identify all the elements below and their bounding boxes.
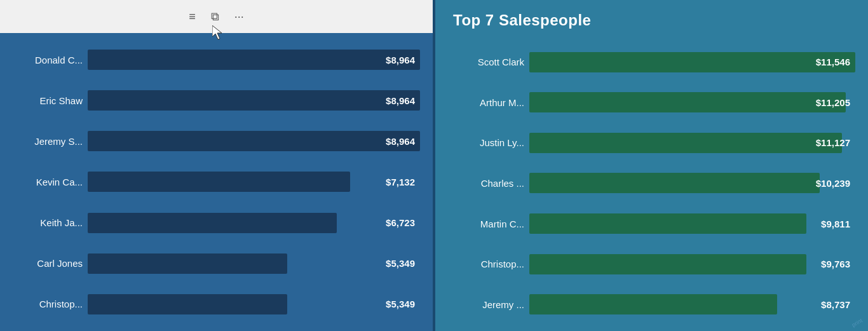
expand-icon[interactable]: ⧉ — [211, 10, 219, 24]
right-bar-row: Jeremy ...$8,737 — [448, 291, 855, 318]
right-bar-row: Christop...$9,763 — [448, 251, 855, 278]
bar-label: Jeremy S... — [13, 136, 83, 147]
bar-container: $8,737 — [529, 294, 855, 314]
bar-value: $9,763 — [821, 259, 850, 269]
right-title: Top 7 Salespeople — [453, 11, 850, 29]
bar-value: $6,723 — [386, 217, 415, 228]
bar-container: $11,205 — [529, 92, 855, 112]
bar-value: $7,132 — [386, 177, 415, 187]
left-panel: ≡ ⧉ ··· Donald C...$8,964Eric Shaw$8,964… — [0, 0, 435, 331]
bar-container: $8,964 — [88, 50, 420, 70]
left-bar-row: Eric Shaw$8,964 — [13, 87, 420, 114]
bar-fill — [529, 213, 806, 234]
bar-value: $9,811 — [821, 219, 850, 229]
bar-fill — [88, 90, 420, 111]
left-chart-area: Donald C...$8,964Eric Shaw$8,964Jeremy S… — [0, 33, 433, 331]
bar-container: $8,964 — [88, 131, 420, 151]
right-bar-row: Justin Ly...$11,127 — [448, 130, 855, 156]
bar-label: Donald C... — [13, 55, 83, 65]
bar-fill — [529, 173, 820, 193]
bar-value: $5,349 — [386, 258, 415, 269]
bar-fill — [88, 131, 420, 151]
left-bar-row: Carl Jones$5,349 — [13, 250, 420, 277]
bar-fill — [529, 254, 806, 274]
bar-label: Carl Jones — [13, 258, 83, 269]
left-bar-row: Donald C...$8,964 — [13, 46, 420, 73]
bar-container: $9,811 — [529, 213, 855, 234]
bar-container: $5,349 — [88, 294, 420, 314]
left-bar-row: Jeremy S...$8,964 — [13, 128, 420, 154]
bar-fill — [88, 50, 420, 70]
more-icon[interactable]: ··· — [234, 10, 244, 24]
bar-container: $10,239 — [529, 173, 855, 193]
right-header: Top 7 Salespeople — [435, 0, 868, 37]
bar-value: $8,964 — [386, 55, 415, 65]
bar-container: $11,546 — [529, 52, 855, 72]
bar-value: $8,964 — [386, 95, 415, 106]
menu-icon[interactable]: ≡ — [189, 10, 196, 24]
bar-fill — [529, 52, 855, 72]
bar-fill — [88, 172, 350, 192]
left-bar-row: Keith Ja...$6,723 — [13, 210, 420, 236]
bar-label: Jeremy ... — [448, 299, 524, 310]
bar-value: $5,349 — [386, 299, 415, 309]
bar-container: $9,763 — [529, 254, 855, 274]
bar-container: $11,127 — [529, 133, 855, 153]
right-panel: Top 7 Salespeople Scott Clark$11,546Arth… — [435, 0, 868, 331]
left-bar-row: Christop...$5,349 — [13, 291, 420, 318]
bar-label: Eric Shaw — [13, 95, 83, 106]
bar-label: Martin C... — [448, 219, 524, 229]
bar-container: $5,349 — [88, 253, 420, 274]
bar-value: $11,205 — [816, 97, 850, 108]
bar-container: $7,132 — [88, 172, 420, 192]
right-chart-area: Scott Clark$11,546Arthur M...$11,205Just… — [435, 37, 868, 331]
right-bar-row: Scott Clark$11,546 — [448, 49, 855, 76]
bar-value: $11,546 — [816, 57, 850, 67]
bar-value: $8,964 — [386, 136, 415, 147]
bar-fill — [529, 92, 846, 112]
left-toolbar: ≡ ⧉ ··· — [0, 0, 433, 33]
right-bar-row: Martin C...$9,811 — [448, 210, 855, 237]
bar-label: Kevin Ca... — [13, 177, 83, 187]
bar-value: $11,127 — [816, 137, 850, 148]
bar-container: $8,964 — [88, 90, 420, 111]
bar-label: Keith Ja... — [13, 217, 83, 228]
left-bar-row: Kevin Ca...$7,132 — [13, 168, 420, 195]
bar-label: Scott Clark — [448, 57, 524, 67]
bar-fill — [529, 133, 842, 153]
right-bar-row: Arthur M...$11,205 — [448, 89, 855, 116]
bar-fill — [88, 253, 287, 274]
bar-fill — [88, 213, 337, 233]
right-bar-row: Charles ...$10,239 — [448, 170, 855, 196]
bar-label: Charles ... — [448, 178, 524, 189]
bar-container: $6,723 — [88, 213, 420, 233]
bar-value: $10,239 — [816, 178, 850, 189]
bar-label: Arthur M... — [448, 97, 524, 108]
bar-value: $8,737 — [821, 299, 850, 310]
bar-fill — [529, 294, 777, 314]
bar-label: Justin Ly... — [448, 137, 524, 148]
bar-fill — [88, 294, 287, 314]
bar-label: Christop... — [448, 259, 524, 269]
bar-label: Christop... — [13, 299, 83, 309]
